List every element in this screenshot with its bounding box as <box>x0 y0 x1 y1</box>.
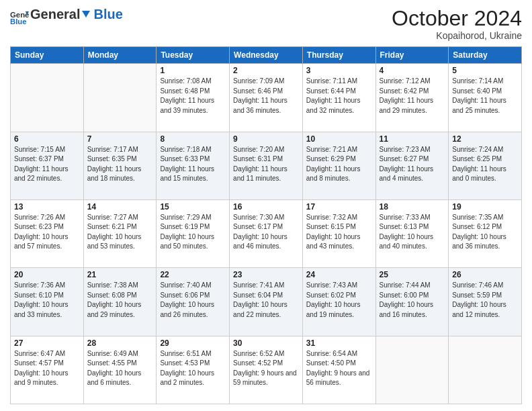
calendar-cell: 2Sunrise: 7:09 AM Sunset: 6:46 PM Daylig… <box>230 64 303 132</box>
col-friday: Friday <box>375 47 449 64</box>
calendar-cell: 10Sunrise: 7:21 AM Sunset: 6:29 PM Dayli… <box>302 132 375 199</box>
day-info: Sunrise: 7:32 AM Sunset: 6:15 PM Dayligh… <box>306 213 372 252</box>
day-info: Sunrise: 7:14 AM Sunset: 6:40 PM Dayligh… <box>452 77 518 116</box>
day-number: 4 <box>380 66 445 75</box>
day-number: 14 <box>87 202 153 212</box>
calendar-week-row: 20Sunrise: 7:36 AM Sunset: 6:10 PM Dayli… <box>11 268 522 336</box>
day-info: Sunrise: 7:27 AM Sunset: 6:21 PM Dayligh… <box>87 213 153 252</box>
calendar-cell: 7Sunrise: 7:17 AM Sunset: 6:35 PM Daylig… <box>83 132 157 199</box>
svg-marker-3 <box>82 11 90 17</box>
day-info: Sunrise: 7:38 AM Sunset: 6:08 PM Dayligh… <box>87 281 153 320</box>
day-number: 16 <box>233 202 299 212</box>
calendar-cell <box>83 64 157 132</box>
calendar-cell: 9Sunrise: 7:20 AM Sunset: 6:31 PM Daylig… <box>230 132 303 199</box>
calendar-cell: 5Sunrise: 7:14 AM Sunset: 6:40 PM Daylig… <box>449 64 522 132</box>
logo-arrow-icon <box>80 9 92 21</box>
day-number: 10 <box>306 134 372 144</box>
day-info: Sunrise: 7:20 AM Sunset: 6:31 PM Dayligh… <box>233 145 299 184</box>
calendar-header-row: Sunday Monday Tuesday Wednesday Thursday… <box>11 47 522 64</box>
calendar-week-row: 1Sunrise: 7:08 AM Sunset: 6:48 PM Daylig… <box>11 64 522 132</box>
day-number: 7 <box>87 134 153 144</box>
calendar-cell <box>449 336 522 404</box>
day-info: Sunrise: 7:26 AM Sunset: 6:23 PM Dayligh… <box>14 213 80 252</box>
col-tuesday: Tuesday <box>157 47 230 64</box>
day-number: 12 <box>452 134 518 144</box>
day-info: Sunrise: 7:12 AM Sunset: 6:42 PM Dayligh… <box>380 77 445 116</box>
calendar-cell: 20Sunrise: 7:36 AM Sunset: 6:10 PM Dayli… <box>11 268 84 336</box>
day-number: 19 <box>452 202 518 212</box>
day-number: 5 <box>452 66 518 75</box>
calendar-week-row: 13Sunrise: 7:26 AM Sunset: 6:23 PM Dayli… <box>11 199 522 267</box>
day-number: 9 <box>233 134 299 144</box>
calendar-cell: 13Sunrise: 7:26 AM Sunset: 6:23 PM Dayli… <box>11 199 84 267</box>
calendar-cell: 31Sunrise: 6:54 AM Sunset: 4:50 PM Dayli… <box>302 336 375 404</box>
calendar-cell: 18Sunrise: 7:33 AM Sunset: 6:13 PM Dayli… <box>375 199 449 267</box>
calendar-cell: 30Sunrise: 6:52 AM Sunset: 4:52 PM Dayli… <box>230 336 303 404</box>
col-monday: Monday <box>83 47 157 64</box>
day-number: 1 <box>160 66 226 75</box>
calendar-cell: 27Sunrise: 6:47 AM Sunset: 4:57 PM Dayli… <box>11 336 84 404</box>
day-info: Sunrise: 7:43 AM Sunset: 6:02 PM Dayligh… <box>306 281 372 320</box>
calendar-cell <box>11 64 84 132</box>
calendar-cell: 22Sunrise: 7:40 AM Sunset: 6:06 PM Dayli… <box>157 268 230 336</box>
day-number: 8 <box>160 134 226 144</box>
col-thursday: Thursday <box>302 47 375 64</box>
col-saturday: Saturday <box>449 47 522 64</box>
day-info: Sunrise: 7:24 AM Sunset: 6:25 PM Dayligh… <box>452 145 518 184</box>
day-number: 22 <box>160 270 226 279</box>
logo: General Blue <box>10 7 30 26</box>
calendar-cell: 6Sunrise: 7:15 AM Sunset: 6:37 PM Daylig… <box>11 132 84 199</box>
day-info: Sunrise: 7:46 AM Sunset: 5:59 PM Dayligh… <box>452 281 518 320</box>
day-info: Sunrise: 7:41 AM Sunset: 6:04 PM Dayligh… <box>233 281 299 320</box>
calendar-cell: 25Sunrise: 7:44 AM Sunset: 6:00 PM Dayli… <box>375 268 449 336</box>
day-number: 18 <box>380 202 445 212</box>
calendar-week-row: 6Sunrise: 7:15 AM Sunset: 6:37 PM Daylig… <box>11 132 522 199</box>
logo-general: General <box>30 7 80 22</box>
day-number: 17 <box>306 202 372 212</box>
day-info: Sunrise: 7:18 AM Sunset: 6:33 PM Dayligh… <box>160 145 226 184</box>
day-number: 31 <box>306 338 372 348</box>
day-info: Sunrise: 6:51 AM Sunset: 4:53 PM Dayligh… <box>160 349 226 388</box>
calendar-cell: 21Sunrise: 7:38 AM Sunset: 6:08 PM Dayli… <box>83 268 157 336</box>
day-info: Sunrise: 7:15 AM Sunset: 6:37 PM Dayligh… <box>14 145 80 184</box>
calendar-cell: 4Sunrise: 7:12 AM Sunset: 6:42 PM Daylig… <box>375 64 449 132</box>
calendar-cell: 17Sunrise: 7:32 AM Sunset: 6:15 PM Dayli… <box>302 199 375 267</box>
day-info: Sunrise: 7:08 AM Sunset: 6:48 PM Dayligh… <box>160 77 226 116</box>
day-number: 6 <box>14 134 80 144</box>
day-number: 3 <box>306 66 372 75</box>
day-number: 13 <box>14 202 80 212</box>
day-number: 26 <box>452 270 518 279</box>
day-number: 29 <box>160 338 226 348</box>
day-number: 2 <box>233 66 299 75</box>
day-info: Sunrise: 7:30 AM Sunset: 6:17 PM Dayligh… <box>233 213 299 252</box>
calendar-cell: 29Sunrise: 6:51 AM Sunset: 4:53 PM Dayli… <box>157 336 230 404</box>
day-info: Sunrise: 7:44 AM Sunset: 6:00 PM Dayligh… <box>380 281 445 320</box>
logo-text: General Blue <box>30 7 123 22</box>
day-number: 21 <box>87 270 153 279</box>
logo-icon: General Blue <box>10 7 29 26</box>
day-info: Sunrise: 7:17 AM Sunset: 6:35 PM Dayligh… <box>87 145 153 184</box>
day-info: Sunrise: 7:11 AM Sunset: 6:44 PM Dayligh… <box>306 77 372 116</box>
day-number: 28 <box>87 338 153 348</box>
calendar-table: Sunday Monday Tuesday Wednesday Thursday… <box>10 46 522 404</box>
header: General Blue General Blue October 2024 K… <box>10 7 522 41</box>
calendar-cell: 26Sunrise: 7:46 AM Sunset: 5:59 PM Dayli… <box>449 268 522 336</box>
day-info: Sunrise: 7:33 AM Sunset: 6:13 PM Dayligh… <box>380 213 445 252</box>
day-number: 23 <box>233 270 299 279</box>
calendar-cell <box>375 336 449 404</box>
month-year-title: October 2024 <box>392 7 522 30</box>
day-number: 24 <box>306 270 372 279</box>
day-info: Sunrise: 7:21 AM Sunset: 6:29 PM Dayligh… <box>306 145 372 184</box>
calendar-week-row: 27Sunrise: 6:47 AM Sunset: 4:57 PM Dayli… <box>11 336 522 404</box>
day-info: Sunrise: 6:54 AM Sunset: 4:50 PM Dayligh… <box>306 349 372 388</box>
calendar-cell: 1Sunrise: 7:08 AM Sunset: 6:48 PM Daylig… <box>157 64 230 132</box>
page: General Blue General Blue October 2024 K… <box>0 0 532 411</box>
col-wednesday: Wednesday <box>230 47 303 64</box>
calendar-cell: 14Sunrise: 7:27 AM Sunset: 6:21 PM Dayli… <box>83 199 157 267</box>
day-info: Sunrise: 7:29 AM Sunset: 6:19 PM Dayligh… <box>160 213 226 252</box>
day-number: 11 <box>380 134 445 144</box>
calendar-cell: 15Sunrise: 7:29 AM Sunset: 6:19 PM Dayli… <box>157 199 230 267</box>
day-number: 27 <box>14 338 80 348</box>
day-number: 25 <box>380 270 445 279</box>
calendar-cell: 23Sunrise: 7:41 AM Sunset: 6:04 PM Dayli… <box>230 268 303 336</box>
